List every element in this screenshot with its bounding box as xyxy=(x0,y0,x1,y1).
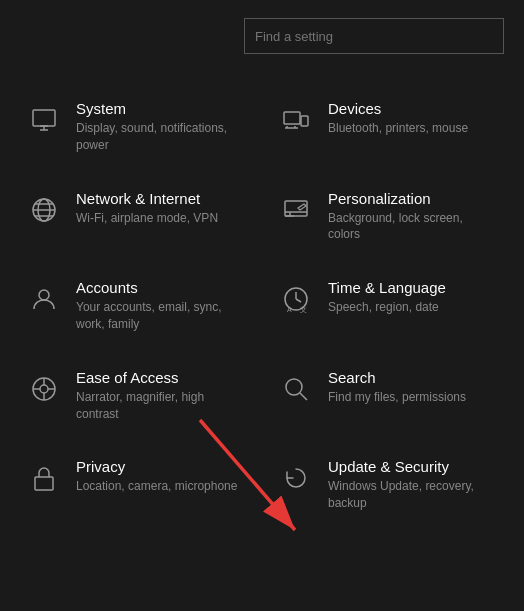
item-title-network: Network & Internet xyxy=(76,190,218,207)
item-subtitle-update: Windows Update, recovery, backup xyxy=(328,478,498,512)
network-icon xyxy=(26,192,62,228)
settings-item-ease[interactable]: Ease of Access Narrator, magnifier, high… xyxy=(10,351,262,441)
svg-line-29 xyxy=(300,393,307,400)
svg-rect-14 xyxy=(285,201,307,216)
accounts-icon xyxy=(26,281,62,317)
item-title-devices: Devices xyxy=(328,100,468,117)
item-title-personalization: Personalization xyxy=(328,190,498,207)
item-subtitle-network: Wi-Fi, airplane mode, VPN xyxy=(76,210,218,227)
item-title-privacy: Privacy xyxy=(76,458,237,475)
item-title-accounts: Accounts xyxy=(76,279,246,296)
devices-icon xyxy=(278,102,314,138)
svg-rect-30 xyxy=(35,477,53,490)
item-title-search: Search xyxy=(328,369,466,386)
settings-item-time[interactable]: A 文 Time & Language Speech, region, date xyxy=(262,261,514,351)
settings-grid: System Display, sound, notifications, po… xyxy=(0,72,524,540)
system-icon xyxy=(26,102,62,138)
item-text-accounts: Accounts Your accounts, email, sync, wor… xyxy=(76,279,246,333)
search-input[interactable] xyxy=(255,29,493,44)
svg-rect-0 xyxy=(33,110,55,126)
item-subtitle-accounts: Your accounts, email, sync, work, family xyxy=(76,299,246,333)
item-subtitle-privacy: Location, camera, microphone xyxy=(76,478,237,495)
item-text-update: Update & Security Windows Update, recove… xyxy=(328,458,498,512)
settings-item-update[interactable]: Update & Security Windows Update, recove… xyxy=(262,440,514,530)
item-text-search: Search Find my files, permissions xyxy=(328,369,466,406)
item-subtitle-ease: Narrator, magnifier, high contrast xyxy=(76,389,246,423)
item-subtitle-time: Speech, region, date xyxy=(328,299,446,316)
svg-text:文: 文 xyxy=(300,306,307,313)
settings-item-devices[interactable]: Devices Bluetooth, printers, mouse xyxy=(262,82,514,172)
svg-rect-4 xyxy=(284,112,300,124)
item-text-time: Time & Language Speech, region, date xyxy=(328,279,446,316)
item-title-system: System xyxy=(76,100,246,117)
settings-item-network[interactable]: Network & Internet Wi-Fi, airplane mode,… xyxy=(10,172,262,262)
item-text-devices: Devices Bluetooth, printers, mouse xyxy=(328,100,468,137)
item-text-network: Network & Internet Wi-Fi, airplane mode,… xyxy=(76,190,218,227)
svg-rect-5 xyxy=(301,116,308,126)
settings-item-search[interactable]: Search Find my files, permissions xyxy=(262,351,514,441)
item-title-time: Time & Language xyxy=(328,279,446,296)
item-title-ease: Ease of Access xyxy=(76,369,246,386)
settings-item-personalization[interactable]: Personalization Background, lock screen,… xyxy=(262,172,514,262)
search-box[interactable] xyxy=(244,18,504,54)
svg-point-23 xyxy=(40,385,48,393)
personalization-icon xyxy=(278,192,314,228)
item-subtitle-system: Display, sound, notifications, power xyxy=(76,120,246,154)
svg-text:A: A xyxy=(287,306,292,313)
svg-point-16 xyxy=(39,290,49,300)
privacy-icon xyxy=(26,460,62,496)
item-text-system: System Display, sound, notifications, po… xyxy=(76,100,246,154)
svg-line-19 xyxy=(296,299,301,302)
item-text-privacy: Privacy Location, camera, microphone xyxy=(76,458,237,495)
svg-point-28 xyxy=(286,379,302,395)
update-icon xyxy=(278,460,314,496)
item-text-ease: Ease of Access Narrator, magnifier, high… xyxy=(76,369,246,423)
ease-icon xyxy=(26,371,62,407)
settings-item-privacy[interactable]: Privacy Location, camera, microphone xyxy=(10,440,262,530)
item-title-update: Update & Security xyxy=(328,458,498,475)
settings-item-system[interactable]: System Display, sound, notifications, po… xyxy=(10,82,262,172)
item-subtitle-search: Find my files, permissions xyxy=(328,389,466,406)
search-icon xyxy=(278,371,314,407)
settings-item-accounts[interactable]: Accounts Your accounts, email, sync, wor… xyxy=(10,261,262,351)
item-subtitle-devices: Bluetooth, printers, mouse xyxy=(328,120,468,137)
top-bar xyxy=(0,0,524,72)
item-text-personalization: Personalization Background, lock screen,… xyxy=(328,190,498,244)
time-icon: A 文 xyxy=(278,281,314,317)
item-subtitle-personalization: Background, lock screen, colors xyxy=(328,210,498,244)
